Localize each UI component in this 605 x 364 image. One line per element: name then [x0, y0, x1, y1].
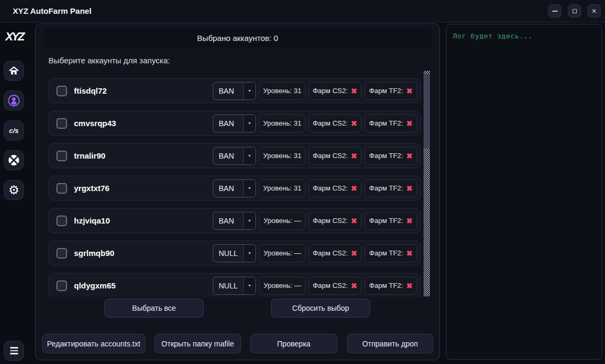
farm-cs2-text: Фарм CS2: — [313, 282, 348, 289]
sidebar-item-cs2[interactable]: c/s — [4, 120, 24, 140]
status-dropdown-value: NULL — [213, 249, 238, 258]
status-dropdown-value: BAN — [213, 217, 234, 225]
dropdown-arrow-box: ▼ — [243, 82, 255, 100]
account-name: cmvsrqp43 — [74, 119, 116, 128]
farm-tf2-badge: Фарм TF2: ✖ — [364, 212, 417, 230]
level-badge: Уровень: 31 — [259, 82, 305, 100]
sidebar-item-home[interactable] — [4, 61, 24, 81]
chevron-down-icon: ▼ — [248, 154, 252, 158]
level-badge: Уровень: — — [259, 277, 305, 295]
farm-tf2-badge: Фарм TF2: ✖ — [364, 147, 417, 165]
farm-tf2-badge: Фарм TF2: ✖ — [364, 114, 417, 133]
account-name: sgrlmqb90 — [74, 249, 114, 258]
cross-icon: ✖ — [406, 152, 412, 160]
farm-tf2-text: Фарм TF2: — [369, 152, 403, 160]
sidebar-item-accounts[interactable] — [4, 90, 24, 111]
farm-tf2-badge: Фарм TF2: ✖ — [364, 277, 417, 295]
farm-cs2-badge: Фарм CS2: ✖ — [309, 147, 361, 165]
close-button[interactable]: ✕ — [587, 4, 601, 18]
send-drop-button[interactable]: Отправить дроп — [347, 334, 433, 353]
home-icon — [8, 65, 20, 77]
farm-cs2-badge: Фарм CS2: ✖ — [309, 179, 361, 197]
reset-selection-button[interactable]: Сбросить выбор — [271, 299, 370, 318]
farm-cs2-text: Фарм CS2: — [313, 87, 348, 95]
account-checkbox[interactable] — [56, 118, 67, 129]
account-checkbox[interactable] — [56, 248, 67, 259]
level-badge: Уровень: — — [259, 212, 305, 230]
sidebar-item-settings[interactable]: ⚙ — [4, 180, 24, 200]
status-dropdown[interactable]: BAN ▼ — [213, 212, 256, 230]
dropdown-arrow-box: ▼ — [243, 277, 255, 294]
scrollbar-thumb[interactable] — [424, 74, 430, 148]
check-button[interactable]: Проверка — [250, 334, 337, 353]
level-badge: Уровень: 31 — [259, 114, 305, 133]
farm-tf2-text: Фарм TF2: — [369, 119, 403, 127]
farm-tf2-badge: Фарм TF2: ✖ — [364, 82, 417, 100]
status-dropdown[interactable]: NULL ▼ — [213, 277, 256, 295]
chevron-down-icon: ▼ — [248, 89, 252, 93]
status-dropdown[interactable]: BAN ▼ — [213, 114, 256, 133]
status-dropdown-value: BAN — [213, 119, 234, 128]
account-checkbox[interactable] — [56, 280, 67, 291]
sidebar: XYZ c/s — [0, 22, 30, 364]
farm-tf2-text: Фарм TF2: — [369, 184, 403, 192]
status-dropdown[interactable]: BAN ▼ — [213, 179, 256, 197]
farm-cs2-text: Фарм CS2: — [313, 249, 348, 257]
cross-icon: ✖ — [406, 250, 412, 257]
level-badge-text: Уровень: 31 — [263, 87, 302, 95]
chevron-down-icon: ▼ — [248, 251, 252, 255]
cross-icon: ✖ — [406, 120, 412, 127]
dropdown-arrow-box: ▼ — [243, 245, 255, 262]
status-dropdown[interactable]: BAN ▼ — [213, 82, 256, 100]
level-badge-text: Уровень: — — [263, 217, 301, 225]
scrollbar-track[interactable] — [424, 71, 430, 296]
account-checkbox[interactable] — [56, 86, 67, 96]
row-controls: BAN ▼ Уровень: 31 Фарм CS2: ✖ Фарм TF2: … — [213, 114, 417, 133]
minimize-button[interactable] — [548, 4, 561, 18]
account-checkbox[interactable] — [56, 183, 67, 194]
cross-icon: ✖ — [351, 87, 358, 95]
level-badge: Уровень: — — [259, 244, 305, 262]
cross-icon: ✖ — [351, 282, 358, 289]
sidebar-item-tf2[interactable] — [4, 150, 24, 170]
window-controls: ✕ — [548, 4, 601, 18]
status-dropdown[interactable]: NULL ▼ — [213, 244, 256, 262]
farm-tf2-badge: Фарм TF2: ✖ — [364, 244, 417, 262]
row-controls: NULL ▼ Уровень: — Фарм CS2: ✖ Фарм TF2: … — [213, 244, 417, 262]
edit-accounts-button[interactable]: Редактировать accounts.txt — [42, 334, 145, 353]
account-row: trnalir90 BAN ▼ Уровень: 31 Фарм CS2: ✖ … — [48, 143, 421, 168]
status-dropdown[interactable]: BAN ▼ — [213, 147, 256, 165]
cross-icon: ✖ — [351, 152, 358, 160]
farm-cs2-text: Фарм CS2: — [313, 217, 348, 225]
sidebar-menu-button[interactable] — [4, 341, 24, 361]
open-mafile-button[interactable]: Открыть папку mafile — [154, 334, 241, 353]
status-dropdown-value: NULL — [213, 282, 238, 290]
account-checkbox[interactable] — [56, 151, 67, 161]
dropdown-arrow-box: ▼ — [243, 180, 255, 197]
account-name: ftisdql72 — [74, 86, 107, 95]
status-dropdown-value: BAN — [213, 184, 234, 193]
farm-cs2-text: Фарм CS2: — [313, 152, 348, 160]
cross-icon: ✖ — [351, 120, 358, 127]
account-row: qldygxm65 NULL ▼ Уровень: — Фарм CS2: ✖ … — [48, 273, 421, 297]
dropdown-arrow-box: ▼ — [243, 147, 255, 164]
status-dropdown-value: BAN — [213, 152, 234, 160]
select-all-button[interactable]: Выбрать все — [104, 299, 204, 318]
account-name: yrgxtxt76 — [74, 184, 110, 193]
farm-tf2-text: Фарм TF2: — [369, 217, 403, 225]
dropdown-arrow-box: ▼ — [243, 212, 255, 229]
farm-tf2-text: Фарм TF2: — [369, 282, 403, 289]
main-panel: Выбрано аккаунтов: 0 Выберите аккаунты д… — [35, 23, 440, 360]
account-row: hzjviqa10 BAN ▼ Уровень: — Фарм CS2: ✖ Ф… — [48, 208, 421, 233]
farm-tf2-text: Фарм TF2: — [369, 87, 403, 95]
app-logo: XYZ — [5, 30, 27, 44]
account-list-viewport: ftisdql72 BAN ▼ Уровень: 31 Фарм CS2: ✖ … — [48, 70, 421, 297]
farm-cs2-badge: Фарм CS2: ✖ — [309, 82, 361, 100]
cross-icon: ✖ — [351, 250, 358, 257]
maximize-button[interactable] — [568, 4, 581, 18]
level-badge-text: Уровень: 31 — [263, 184, 302, 192]
log-placeholder: Лог будет здесь... — [453, 32, 533, 40]
account-checkbox[interactable] — [56, 216, 67, 226]
minimize-icon — [552, 11, 558, 12]
row-controls: NULL ▼ Уровень: — Фарм CS2: ✖ Фарм TF2: … — [213, 277, 417, 295]
